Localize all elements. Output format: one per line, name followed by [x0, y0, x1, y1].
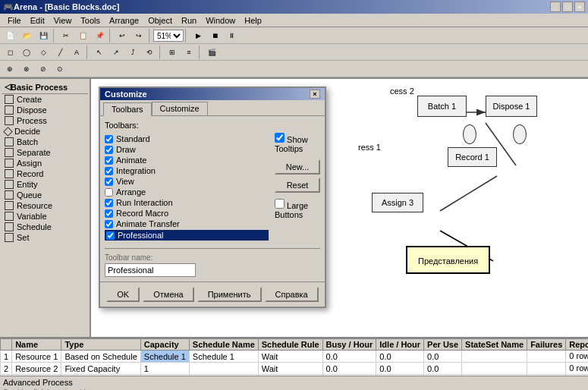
tb-redo[interactable]: ↪ [131, 29, 146, 42]
menu-object[interactable]: Object [143, 15, 177, 26]
row1-idle[interactable]: 0.0 [376, 351, 424, 363]
row2-capacity[interactable]: 1 [140, 363, 189, 375]
tb-arrow4[interactable]: ⟲ [142, 46, 157, 59]
tb-new[interactable]: 📄 [2, 29, 17, 42]
close-button[interactable]: × [574, 2, 585, 12]
cb-integration-input[interactable] [105, 167, 113, 175]
tb-cut[interactable]: ✂ [58, 29, 74, 42]
sidebar-item-dispose[interactable]: Dispose [2, 105, 88, 115]
canvas-node-batch1[interactable]: Batch 1 [417, 96, 467, 117]
menu-view[interactable]: View [49, 15, 77, 26]
show-tooltips-checkbox[interactable] [275, 133, 285, 143]
tb-draw1[interactable]: ◻ [2, 46, 17, 59]
sidebar-item-create[interactable]: Create [2, 94, 88, 105]
tab-toolbars[interactable]: Toolbars [103, 102, 152, 116]
row2-rule[interactable]: Wait [258, 363, 322, 375]
tb-run[interactable]: ▶ [190, 29, 206, 42]
sidebar-item-separate[interactable]: Separate [2, 147, 88, 158]
row2-name[interactable]: Resource 2 [12, 363, 61, 375]
sidebar-item-schedule[interactable]: Schedule [2, 222, 88, 232]
sidebar-item-process[interactable]: Process [2, 115, 88, 126]
tb-arrow2[interactable]: ↗ [108, 46, 124, 59]
tb-draw3[interactable]: ◇ [36, 46, 51, 59]
row1-name[interactable]: Resource 1 [12, 351, 61, 363]
large-buttons-checkbox[interactable] [275, 199, 285, 209]
menu-edit[interactable]: Edit [26, 15, 49, 26]
menu-run[interactable]: Run [177, 15, 201, 26]
sidebar-item-queue[interactable]: Queue [2, 190, 88, 200]
row2-peruse[interactable]: 0.0 [424, 363, 462, 375]
dialog-close-button[interactable]: × [310, 90, 320, 99]
row1-rule[interactable]: Wait [258, 351, 322, 363]
menu-tools[interactable]: Tools [76, 15, 105, 26]
tb-align1[interactable]: ⊞ [165, 46, 180, 59]
sidebar-item-assign[interactable]: Assign [2, 158, 88, 168]
menu-arrange[interactable]: Arrange [105, 15, 143, 26]
tb-extra4[interactable]: ⊙ [52, 62, 68, 76]
row1-type[interactable]: Based on Schedule [61, 351, 140, 363]
sidebar-collapse-icon[interactable]: ◁ [5, 82, 11, 92]
apply-button[interactable]: Применить [197, 287, 262, 302]
reset-button[interactable]: Reset [275, 178, 320, 193]
row1-busy[interactable]: 0.0 [322, 351, 376, 363]
table-row[interactable]: 1 Resource 1 Based on Schedule Schedule … [1, 351, 589, 363]
minimize-button[interactable]: _ [550, 2, 561, 12]
cb-view[interactable]: View [105, 177, 269, 186]
ok-button[interactable]: OK [106, 287, 140, 302]
sidebar-item-decide[interactable]: Decide [2, 126, 88, 137]
sidebar-item-resource[interactable]: Resource [2, 200, 88, 211]
sidebar-item-entity[interactable]: Entity [2, 179, 88, 190]
tb-undo[interactable]: ↩ [115, 29, 130, 42]
cb-standard-input[interactable] [105, 135, 113, 143]
canvas-node-record1[interactable]: Record 1 [448, 147, 497, 167]
row1-schedule[interactable]: Schedule 1 [189, 351, 258, 363]
tb-pause[interactable]: ⏸ [224, 29, 239, 42]
menu-file[interactable]: File [3, 15, 26, 26]
row2-type[interactable]: Fixed Capacity [61, 363, 140, 375]
menu-window[interactable]: Window [201, 15, 240, 26]
help-button[interactable]: Справка [265, 287, 319, 302]
cb-record-macro-input[interactable] [105, 209, 113, 218]
cb-professional-input[interactable] [106, 231, 115, 240]
row1-failures[interactable] [527, 351, 566, 363]
canvas-node-assign3[interactable]: Assign 3 [372, 193, 423, 212]
tb-animate1[interactable]: 🎬 [204, 46, 219, 59]
canvas-area[interactable]: Batch 1 Dispose 1 Record 1 Assign 3 cess… [91, 79, 588, 337]
tb-copy[interactable]: 📋 [75, 29, 90, 42]
zoom-select[interactable]: 51% 100% 75% 25% [153, 30, 184, 42]
sidebar-item-variable[interactable]: Variable [2, 211, 88, 222]
table-row[interactable]: 2 Resource 2 Fixed Capacity 1 Wait 0.0 0… [1, 363, 589, 375]
row1-stateset[interactable] [462, 351, 527, 363]
new-button[interactable]: New... [275, 159, 320, 175]
cb-draw[interactable]: Draw [105, 145, 269, 154]
maximize-button[interactable]: □ [562, 2, 573, 12]
tb-draw2[interactable]: ◯ [19, 46, 34, 59]
cb-animate-transfer[interactable]: Animate Transfer [105, 219, 269, 228]
cb-arrange[interactable]: Arrange [105, 187, 269, 197]
tb-stop[interactable]: ⏹ [207, 29, 222, 42]
tb-open[interactable]: 📂 [19, 29, 34, 42]
cb-record-macro[interactable]: Record Macro [105, 209, 269, 218]
tb-extra1[interactable]: ⊕ [2, 62, 17, 76]
sidebar-item-set[interactable]: Set [2, 232, 88, 243]
tb-arrow3[interactable]: ⤴ [125, 46, 140, 59]
row2-idle[interactable]: 0.0 [376, 363, 424, 375]
cb-standard[interactable]: Standard [105, 134, 269, 143]
cb-run-input[interactable] [105, 199, 113, 207]
cb-professional[interactable]: Professional [105, 230, 269, 241]
sidebar-item-record[interactable]: Record [2, 168, 88, 179]
tb-arrow1[interactable]: ↖ [92, 46, 107, 59]
toolbar-name-input[interactable] [105, 263, 196, 277]
tb-paste[interactable]: 📌 [92, 29, 107, 42]
canvas-node-dispose1[interactable]: Dispose 1 [486, 96, 537, 117]
tb-extra3[interactable]: ⊘ [36, 62, 51, 76]
tb-extra2[interactable]: ⊗ [19, 62, 34, 76]
row1-peruse[interactable]: 0.0 [424, 351, 462, 363]
tb-draw5[interactable]: A [69, 46, 84, 59]
tb-align2[interactable]: ≡ [181, 46, 197, 59]
cb-draw-input[interactable] [105, 146, 113, 154]
menu-help[interactable]: Help [240, 15, 266, 26]
sidebar-item-batch[interactable]: Batch [2, 137, 88, 147]
tb-save[interactable]: 💾 [36, 29, 51, 42]
cb-animate-transfer-input[interactable] [105, 220, 113, 228]
